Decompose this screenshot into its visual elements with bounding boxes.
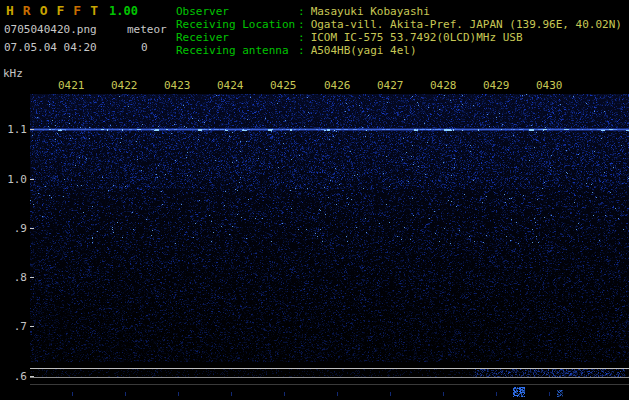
freq-tick-label: .9 [2,222,27,235]
time-label: 0424 [217,79,244,92]
app-title-letter: T [90,3,98,18]
app-version: 1.00 [109,4,138,18]
time-axis: 0421 0422 0423 0424 0425 0426 0427 0428 … [0,79,629,92]
meteor-count: 0 [141,41,148,54]
app-title: HROFFT1.00 [6,3,138,18]
app-title-letter: F [73,3,81,18]
freq-tick-label: .8 [2,271,27,284]
observation-datetime: 07.05.04 04:20 [4,41,97,54]
app-title-letter: H [6,3,14,18]
field-row-observer: Observer:Masayuki Kobayashi [176,5,622,18]
file-name: 0705040420.png [4,23,97,36]
field-row-receiving-antenna: Receiving antenna:A504HB(yagi 4el) [176,44,622,57]
freq-unit-label: kHz [3,67,23,80]
hrofft-screenshot: HROFFT1.00 0705040420.png meteor 07.05.0… [0,0,629,400]
field-value: Masayuki Kobayashi [311,5,430,18]
app-title-letter: F [56,3,64,18]
time-label: 0428 [430,79,457,92]
freq-tick-label: 1.0 [2,173,27,186]
app-title-letter: O [40,3,48,18]
field-colon: : [298,5,305,18]
field-row-receiver: Receiver:ICOM IC-575 53.7492(0LCD)MHz US… [176,31,622,44]
time-label: 0427 [377,79,404,92]
field-label: Receiving antenna [176,44,298,57]
header-fields: Observer:Masayuki Kobayashi Receiving Lo… [176,5,622,57]
field-value: Ogata-vill. Akita-Pref. JAPAN (139.96E, … [311,18,622,31]
time-label: 0426 [324,79,351,92]
field-colon: : [298,44,305,57]
time-label: 0423 [164,79,191,92]
freq-tick-label: .6 [2,370,27,383]
spectrogram-canvas [30,94,629,400]
field-colon: : [298,18,305,31]
freq-tick-label: 1.1 [2,123,27,136]
time-label: 0425 [270,79,297,92]
time-label: 0421 [58,79,85,92]
time-label: 0422 [111,79,138,92]
field-value: A504HB(yagi 4el) [311,44,417,57]
app-title-letter: R [23,3,31,18]
field-label: Observer [176,5,298,18]
field-row-receiving-location: Receiving Location:Ogata-vill. Akita-Pre… [176,18,622,31]
field-colon: : [298,31,305,44]
time-label: 0429 [483,79,510,92]
field-label: Receiving Location [176,18,298,31]
freq-tick-label: .7 [2,320,27,333]
meteor-label: meteor [127,23,167,36]
field-value: ICOM IC-575 53.7492(0LCD)MHz USB [311,31,523,44]
time-label: 0430 [536,79,563,92]
field-label: Receiver [176,31,298,44]
